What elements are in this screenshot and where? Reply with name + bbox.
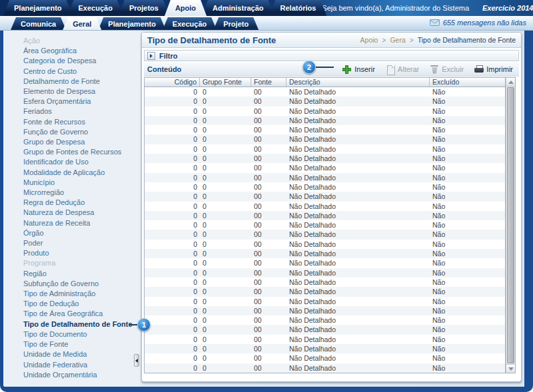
sidebar-item-orgao[interactable]: Órgão [3, 228, 140, 238]
table-row[interactable]: 0000Não DetalhadoNão [145, 163, 505, 172]
sidebar-item-unidade-de-medida[interactable]: Unidade de Medida [3, 349, 140, 359]
table-row[interactable]: 0000Não DetalhadoNão [145, 144, 505, 154]
table-row[interactable]: 0000Não DetalhadoNão [145, 173, 505, 182]
exercise-year: Exercício 2014 [482, 4, 533, 12]
sidebar-item-tipo-de-deducao[interactable]: Tipo de Dedução [3, 299, 140, 309]
sub-tab-planejamento[interactable]: Planejamento [98, 17, 166, 30]
table-row[interactable]: 0000Não DetalhadoNão [145, 116, 505, 125]
sub-tab-execucao[interactable]: Execução [163, 17, 217, 30]
cell-codigo: 0 [145, 106, 200, 116]
cell-fonte: 00 [251, 173, 286, 182]
sidebar-item-municipio[interactable]: Município [3, 178, 140, 188]
sub-tab-projeto[interactable]: Projeto [213, 17, 259, 30]
table-row[interactable]: 0000Não DetalhadoNão [145, 182, 505, 192]
sidebar-item-tipo-de-administracao[interactable]: Tipo de Administração [3, 289, 140, 299]
cell-excluido: Não [430, 287, 505, 296]
table-row[interactable]: 0000Não DetalhadoNão [145, 106, 505, 116]
breadcrumb-segment-apoio[interactable]: Apoio [360, 36, 378, 44]
sidebar-item-tipo-de-documento[interactable]: Tipo de Documento [3, 329, 140, 339]
table-row[interactable]: 0000Não DetalhadoNão [145, 125, 505, 134]
table-row[interactable]: 0000Não DetalhadoNão [145, 363, 505, 373]
toolbar-inserir[interactable]: Inserir [342, 65, 375, 74]
table-row[interactable]: 0000Não DetalhadoNão [145, 220, 505, 230]
sidebar-item-microrregiao[interactable]: Microrregião [3, 188, 140, 198]
cell-excluido: Não [430, 134, 505, 144]
table-row[interactable]: 0000Não DetalhadoNão [145, 353, 505, 363]
table-row[interactable]: 0000Não DetalhadoNão [145, 278, 505, 287]
table-row[interactable]: 0000Não DetalhadoNão [145, 306, 505, 315]
table-row[interactable]: 0000Não DetalhadoNão [145, 315, 505, 325]
cell-codigo: 0 [145, 202, 200, 211]
sidebar-item-modalidade-de-aplicacao[interactable]: Modalidade de Aplicação [3, 168, 140, 178]
table-row[interactable]: 0000Não DetalhadoNão [145, 287, 505, 296]
sidebar-item-natureza-de-despesa[interactable]: Natureza de Despesa [3, 208, 140, 218]
top-tab-execucao[interactable]: Execução [68, 0, 123, 16]
filter-section-header[interactable]: Filtro [144, 50, 519, 61]
sidebar-item-funcao-de-governo[interactable]: Função de Governo [3, 127, 140, 137]
column-header-codigo[interactable]: Código [145, 78, 200, 87]
column-header-grupo-fonte[interactable]: Grupo Fonte [200, 78, 251, 87]
column-header-descricao[interactable]: Descrição [286, 78, 430, 87]
sidebar-item-natureza-de-receita[interactable]: Natureza de Receita [3, 218, 140, 228]
table-row[interactable]: 0000Não DetalhadoNão [145, 202, 505, 211]
top-navigation-bar: PlanejamentoExecuçãoProjetosApoioAdminis… [0, 0, 533, 16]
sidebar-item-tipo-de-detalhamento-de-fonte[interactable]: Tipo de Detalhamento de Fonte [3, 319, 140, 329]
sidebar-item-centro-de-custo[interactable]: Centro de Custo [3, 67, 140, 77]
table-row[interactable]: 0000Não DetalhadoNão [145, 97, 505, 106]
chevron-right-icon[interactable] [147, 52, 155, 60]
table-row[interactable]: 0000Não DetalhadoNão [145, 154, 505, 163]
table-row[interactable]: 0000Não DetalhadoNão [145, 335, 505, 344]
sidebar-item-poder[interactable]: Poder [3, 238, 140, 248]
cell-grupo-fonte: 0 [200, 125, 251, 134]
table-row[interactable]: 0000Não DetalhadoNão [145, 211, 505, 220]
column-header-fonte[interactable]: Fonte [251, 78, 286, 87]
grid-body: 0000Não DetalhadoNão0000Não DetalhadoNão… [145, 87, 505, 373]
sidebar-item-categoria-de-despesa[interactable]: Categoria de Despesa [3, 56, 140, 66]
sidebar-item-regiao[interactable]: Região [3, 269, 140, 279]
table-row[interactable]: 0000Não DetalhadoNão [145, 258, 505, 268]
sidebar-item-fonte-de-recursos[interactable]: Fonte de Recursos [3, 117, 140, 127]
sidebar-item-tipo-de-area-geografica[interactable]: Tipo de Área Geográfica [3, 309, 140, 319]
table-row[interactable]: 0000Não DetalhadoNão [145, 230, 505, 239]
top-tab-apoio[interactable]: Apoio [165, 0, 207, 16]
table-row[interactable]: 0000Não DetalhadoNão [145, 192, 505, 201]
unread-messages[interactable]: 655 mensagens não lidas [430, 19, 526, 27]
sidebar-item-esfera-orcamentaria[interactable]: Esfera Orçamentária [3, 97, 140, 106]
scroll-up-button[interactable] [506, 78, 515, 87]
table-row[interactable]: 0000Não DetalhadoNão [145, 344, 505, 353]
sidebar-item-detalhamento-de-fonte[interactable]: Detalhamento de Fonte [3, 77, 140, 87]
table-row[interactable]: 0000Não DetalhadoNão [145, 249, 505, 258]
sidebar-item-unidade-orcamentaria[interactable]: Unidade Orçamentária [3, 370, 140, 380]
top-tab-projetos[interactable]: Projetos [119, 0, 169, 16]
top-tab-administracao[interactable]: Administração [202, 0, 274, 16]
sidebar-item-grupo-de-despesa[interactable]: Grupo de Despesa [3, 137, 140, 147]
toolbar-imprimir[interactable]: Imprimir [474, 65, 513, 74]
table-row[interactable]: 0000Não DetalhadoNão [145, 134, 505, 144]
column-header-excluido[interactable]: Excluído [430, 78, 505, 87]
sidebar-item-produto[interactable]: Produto [3, 248, 140, 258]
sidebar-item-subfuncao-de-governo[interactable]: Subfunção de Governo [3, 279, 140, 289]
table-row[interactable]: 0000Não DetalhadoNão [145, 297, 505, 306]
table-row[interactable]: 0000Não DetalhadoNão [145, 325, 505, 334]
top-tab-planejamento[interactable]: Planejamento [3, 0, 73, 16]
sidebar-item-unidade-federativa[interactable]: Unidade Federativa [3, 360, 140, 370]
sub-tab-geral[interactable]: Geral [63, 17, 101, 30]
breadcrumb-segment-gera[interactable]: Gera [390, 36, 405, 44]
sidebar-item-area-geografica[interactable]: Área Geográfica [3, 46, 140, 56]
sidebar-item-elemento-de-despesa[interactable]: Elemento de Despesa [3, 87, 140, 97]
scroll-down-button[interactable] [506, 364, 515, 373]
scrollbar-thumb[interactable] [507, 87, 514, 363]
sidebar-item-tipo-de-fonte[interactable]: Tipo de Fonte [3, 339, 140, 349]
table-row[interactable]: 0000Não DetalhadoNão [145, 87, 505, 97]
sidebar-item-grupo-de-fontes-de-recursos[interactable]: Grupo de Fontes de Recursos [3, 147, 140, 157]
top-tab-relatorios[interactable]: Relatórios [270, 0, 327, 16]
window-body: AçãoÁrea GeográficaCategoria de DespesaC… [0, 31, 533, 392]
sidebar-item-identificador-de-uso[interactable]: Identificador de Uso [3, 157, 140, 167]
sub-tab-comunica[interactable]: Comunica [11, 17, 66, 30]
sidebar-collapse-handle[interactable] [134, 354, 139, 367]
table-row[interactable]: 0000Não DetalhadoNão [145, 268, 505, 278]
cell-grupo-fonte: 0 [200, 116, 251, 125]
sidebar-item-feriados[interactable]: Feriados [3, 106, 140, 116]
sidebar-item-regra-de-deducao[interactable]: Regra de Dedução [3, 198, 140, 208]
table-row[interactable]: 0000Não DetalhadoNão [145, 240, 505, 249]
